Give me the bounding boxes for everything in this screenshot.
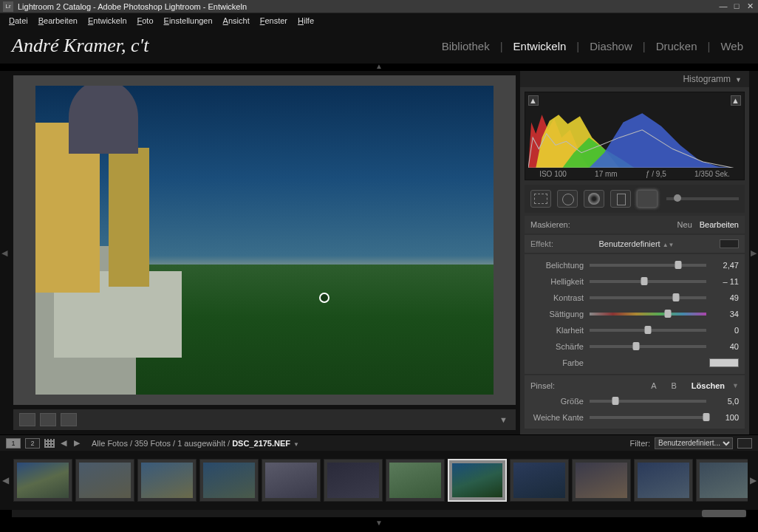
menu-bearbeiten[interactable]: Bearbeiten	[34, 15, 82, 27]
main-area: ◀ ▼ Histogramm▼	[0, 71, 758, 434]
slider-schaerfe: Schärfe 40	[530, 338, 739, 355]
scrollbar-handle[interactable]	[702, 510, 746, 517]
slider-groesse: Größe 5,0	[530, 393, 739, 409]
menu-entwickeln[interactable]: Entwickeln	[83, 15, 132, 27]
preview-toolbar: ▼	[13, 409, 516, 430]
thumb-12[interactable]	[696, 459, 748, 502]
module-web[interactable]: Web	[717, 40, 746, 52]
filmstrip-right[interactable]: ▶	[748, 475, 758, 485]
mask-new[interactable]: Neu	[677, 220, 692, 229]
thumb-7[interactable]	[386, 459, 445, 502]
view-mode-before-after-1[interactable]	[40, 413, 56, 426]
thumb-6[interactable]	[324, 459, 383, 502]
filter-dropdown[interactable]: Benutzerdefiniert...	[655, 437, 733, 449]
nav-prev[interactable]: ◀	[59, 438, 68, 448]
exif-iso: ISO 100	[539, 170, 567, 178]
tool-size-slider[interactable]	[666, 197, 739, 200]
thumb-3[interactable]	[137, 459, 197, 502]
app-icon: Lr	[3, 1, 13, 12]
filmstrip[interactable]	[10, 454, 748, 506]
slider-weiche-kante: Weiche Kante 100	[530, 409, 739, 426]
slider-track-weiche-kante[interactable]	[590, 416, 706, 419]
window-title: Lightroom 2 Catalog - Adobe Photoshop Li…	[18, 2, 718, 11]
exif-shutter: 1/350 Sek.	[694, 170, 730, 178]
slider-track-saettigung[interactable]	[590, 313, 706, 316]
filmstrip-left[interactable]: ◀	[0, 475, 10, 485]
module-bibliothek[interactable]: Bibliothek	[439, 40, 493, 52]
slider-track-klarheit[interactable]	[590, 329, 706, 332]
crop-tool[interactable]	[530, 190, 551, 208]
breadcrumb-dropdown-icon[interactable]: ▼	[293, 441, 299, 448]
toggle-bottom-panel[interactable]: ▼	[0, 520, 758, 528]
preview-area[interactable]	[13, 75, 516, 405]
exif-focal: 17 mm	[595, 170, 618, 178]
slider-track-helligkeit[interactable]	[590, 280, 706, 283]
histogram-header[interactable]: Histogramm▼	[520, 71, 749, 87]
effect-dropdown[interactable]: Benutzerdefiniert ▲▼	[559, 239, 714, 248]
center-column: ▼	[9, 71, 520, 434]
filmstrip-scrollbar[interactable]	[12, 510, 746, 517]
menu-foto[interactable]: Foto	[133, 15, 158, 27]
brush-collapse-icon[interactable]: ▼	[732, 382, 739, 389]
toggle-right-panel[interactable]: ▶	[749, 71, 758, 434]
minimize-button[interactable]: —	[718, 2, 728, 11]
maximize-button[interactable]: □	[731, 2, 742, 11]
thumb-4[interactable]	[199, 459, 259, 502]
histogram[interactable]: ▲ ▲ ISO 100 17 mm ƒ / 9,5 1/350 Sek.	[525, 92, 745, 180]
slider-track-schaerfe[interactable]	[590, 345, 706, 348]
brush-b[interactable]: B	[672, 381, 677, 390]
grid-view-icon[interactable]	[44, 439, 55, 448]
slider-saettigung: Sättigung 34	[530, 306, 739, 322]
mask-row: Maskieren: Neu Bearbeiten	[525, 216, 745, 233]
shadow-clipping-icon[interactable]: ▲	[528, 95, 539, 106]
spot-removal-tool[interactable]	[557, 190, 578, 208]
view-mode-before-after-2[interactable]	[61, 413, 77, 426]
menu-einstellungen[interactable]: Einstellungen	[160, 15, 217, 27]
filter-lock-icon[interactable]	[737, 438, 752, 449]
photo-preview[interactable]	[35, 86, 494, 395]
secondary-display-1[interactable]: 1	[6, 438, 21, 449]
thumb-10[interactable]	[572, 459, 631, 502]
menu-hilfe[interactable]: Hilfe	[293, 15, 318, 27]
close-button[interactable]: ✕	[745, 2, 755, 11]
filter-label: Filter:	[630, 439, 651, 448]
view-mode-loupe[interactable]	[19, 413, 35, 426]
thumb-8-selected[interactable]	[448, 459, 507, 502]
adjustment-brush-tool[interactable]	[637, 190, 658, 208]
module-entwickeln[interactable]: Entwickeln	[511, 40, 570, 52]
nav-next[interactable]: ▶	[72, 438, 81, 448]
menu-fenster[interactable]: Fenster	[256, 15, 292, 27]
menu-datei[interactable]: Datei	[4, 15, 33, 27]
thumb-11[interactable]	[634, 459, 693, 502]
brush-erase[interactable]: Löschen	[692, 381, 725, 390]
secondary-display-2[interactable]: 2	[25, 438, 40, 449]
slider-kontrast: Kontrast 49	[530, 290, 739, 306]
identity-plate: André Kramer, c't	[12, 35, 439, 57]
color-swatch[interactable]	[709, 358, 739, 367]
module-diashow[interactable]: Diashow	[587, 40, 635, 52]
module-picker: Bibliothek| Entwickeln| Diashow| Drucken…	[439, 40, 746, 52]
highlight-clipping-icon[interactable]: ▲	[731, 95, 741, 106]
slider-farbe: Farbe	[530, 355, 739, 371]
toolbar-dropdown[interactable]: ▼	[499, 415, 510, 424]
slider-track-groesse[interactable]	[590, 400, 706, 403]
module-drucken[interactable]: Drucken	[653, 40, 700, 52]
thumb-2[interactable]	[75, 459, 134, 502]
menu-ansicht[interactable]: Ansicht	[219, 15, 254, 27]
slider-track-kontrast[interactable]	[590, 296, 706, 299]
thumb-5[interactable]	[262, 459, 321, 502]
mask-edit[interactable]: Bearbeiten	[700, 220, 739, 229]
breadcrumb[interactable]: Alle Fotos / 359 Fotos / 1 ausgewählt / …	[92, 439, 299, 448]
effect-toggle[interactable]	[720, 239, 739, 248]
brush-label: Pinsel:	[530, 381, 643, 390]
thumb-9[interactable]	[510, 459, 569, 502]
brush-section: Pinsel: A B Löschen ▼ Größe 5,0 Weiche K…	[525, 375, 745, 429]
thumb-1[interactable]	[13, 459, 72, 502]
toggle-top-panel[interactable]: ▲	[0, 64, 758, 71]
brush-a[interactable]: A	[651, 381, 656, 390]
slider-belichtung: Belichtung 2,47	[530, 257, 739, 273]
redeye-tool[interactable]	[584, 190, 604, 208]
toggle-left-panel[interactable]: ◀	[0, 71, 9, 434]
slider-track-belichtung[interactable]	[590, 264, 706, 267]
graduated-filter-tool[interactable]	[610, 190, 631, 208]
